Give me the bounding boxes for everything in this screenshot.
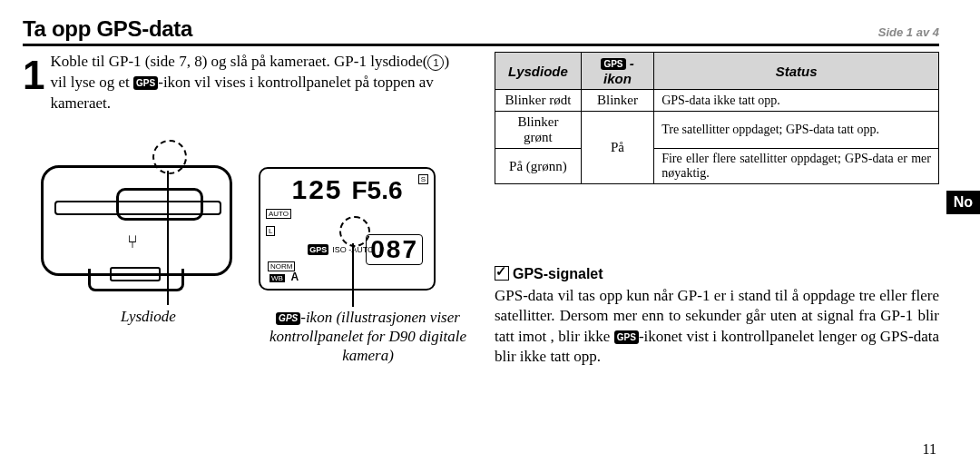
table-row: Blinker grønt På Tre satellitter oppdage… [495,112,939,149]
cell-lys-3: På (grønn) [495,149,582,184]
usb-icon: ⑂ [127,232,138,252]
lcd-shutter: 125 [291,174,342,205]
lysdiode-caption: Lysdiode [121,308,176,326]
step-text-a: Koble til GP-1 (side 7, 8) og slå på kam… [50,53,427,70]
language-tab-no[interactable]: No [946,191,980,214]
page-title: Ta opp GPS-data [23,16,878,42]
step-text: Koble til GP-1 (side 7, 8) og slå på kam… [50,52,467,114]
lcd-auto-tag: AUTO [266,209,291,219]
th-ikon: GPS -ikon [581,53,653,90]
gps-callout-line [352,243,354,307]
gp1-strip [54,201,221,215]
cell-ikon-2: På [581,112,653,184]
header: Ta opp GPS-data Side 1 av 4 [23,16,939,46]
cell-status-1: GPS-data ikke tatt opp. [654,90,939,112]
gps-icon: GPS [276,312,300,326]
check-icon [495,266,509,281]
th-lysdiode: Lysdiode [495,53,582,90]
page-indicator: Side 1 av 4 [878,25,939,39]
table-row: På (grønn) Fire eller flere satellitter … [495,149,939,184]
gp1-foot-inner [110,267,161,281]
cell-lys-2: Blinker grønt [495,112,582,149]
cell-status-3: Fire eller flere satellitter oppdaget; G… [654,149,939,184]
cell-lys-1: Blinker rødt [495,90,582,112]
led-callout-circle [152,140,187,174]
step-number: 1 [23,52,44,114]
gps-signal-heading-text: GPS-signalet [513,266,603,281]
cell-status-2: Tre satellitter oppdaget; GPS-data tatt … [654,112,939,149]
lcd-caption: GPS-ikon (illustrasjonen viser kontrollp… [266,308,470,366]
step-1: 1 Koble til GP-1 (side 7, 8) og slå på k… [23,52,467,114]
table-row: Blinker rødt Blinker GPS-data ikke tatt … [495,90,939,112]
lcd-gps-icon: GPS [308,244,328,255]
led-callout-line [167,171,169,305]
callout-circled-1: 1 [427,54,444,71]
gps-callout-circle [339,216,370,247]
status-table: Lysdiode GPS -ikon Status Blinker rødt B… [495,52,939,184]
lcd-a: A [290,271,299,283]
lcd-count: 087 [366,234,423,265]
gp1-body: ⑂ [41,165,232,276]
device-diagram: ⑂ Lysdiode 125 F5.6 S AUTO L [23,131,467,330]
lcd-l-tag: L [266,226,275,236]
gps-signal-body: GPS-data vil tas opp kun når GP-1 er i s… [495,286,939,368]
gps-signal-heading: GPS-signalet [495,266,939,282]
lcd-s-tag: S [418,174,428,184]
lcd-wb: WB [270,274,285,282]
cell-ikon-1: Blinker [581,90,653,112]
th-status: Status [654,53,939,90]
page-number: 11 [923,441,936,458]
gps-icon: GPS [614,330,639,344]
gps-icon: GPS [601,58,625,70]
gps-icon: GPS [133,76,158,91]
lcd-fstop: F5.6 [352,176,403,205]
